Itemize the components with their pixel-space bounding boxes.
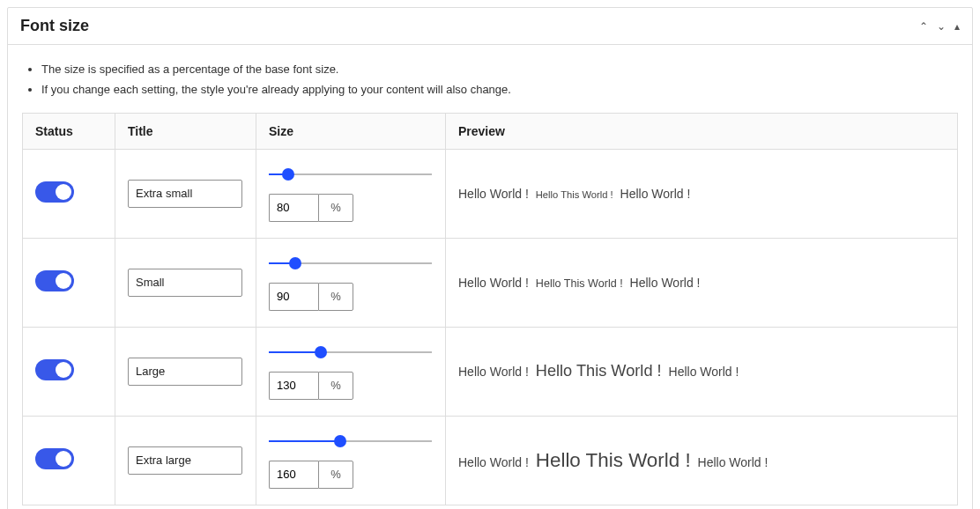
col-size: Size <box>256 113 446 149</box>
status-toggle[interactable] <box>35 359 74 380</box>
table-row: %Hello World ! Hello This World ! Hello … <box>23 327 958 416</box>
size-slider[interactable] <box>269 432 433 450</box>
note-item: The size is specified as a percentage of… <box>41 59 958 79</box>
size-unit: % <box>318 194 353 222</box>
size-unit: % <box>318 372 353 400</box>
size-slider[interactable] <box>269 343 433 361</box>
title-input[interactable] <box>128 358 242 386</box>
col-preview: Preview <box>446 113 958 149</box>
note-item: If you change each setting, the style yo… <box>41 79 958 100</box>
preview-text: Hello World ! Hello This World ! Hello W… <box>458 362 945 380</box>
panel-body: The size is specified as a percentage of… <box>8 45 972 509</box>
panel-title: Font size <box>20 17 919 35</box>
title-input[interactable] <box>128 269 242 297</box>
preview-text: Hello World ! Hello This World ! Hello W… <box>458 449 945 472</box>
table-row: %Hello World ! Hello This World ! Hello … <box>23 238 958 327</box>
size-unit: % <box>318 283 353 311</box>
size-input[interactable] <box>269 194 318 222</box>
preview-text: Hello World ! Hello This World ! Hello W… <box>458 276 945 290</box>
table-row: %Hello World ! Hello This World ! Hello … <box>23 149 958 238</box>
font-size-table: Status Title Size Preview %Hello World !… <box>22 113 958 505</box>
size-input[interactable] <box>269 283 318 311</box>
font-size-panel: Font size ⌃ ⌄ ▴ The size is specified as… <box>7 7 973 509</box>
size-input[interactable] <box>269 461 318 489</box>
size-input[interactable] <box>269 372 318 400</box>
title-input[interactable] <box>128 446 242 475</box>
status-toggle[interactable] <box>35 448 74 469</box>
col-status: Status <box>23 113 115 149</box>
col-title: Title <box>115 113 256 149</box>
table-row: %Hello World ! Hello This World ! Hello … <box>23 416 958 505</box>
status-toggle[interactable] <box>35 181 74 203</box>
panel-controls: ⌃ ⌄ ▴ <box>919 20 960 33</box>
panel-header: Font size ⌃ ⌄ ▴ <box>8 8 972 45</box>
title-input[interactable] <box>128 180 242 208</box>
size-slider[interactable] <box>269 166 433 183</box>
move-down-icon[interactable]: ⌄ <box>937 20 946 33</box>
size-slider[interactable] <box>269 254 433 272</box>
notes-list: The size is specified as a percentage of… <box>22 59 958 100</box>
size-unit: % <box>318 461 353 489</box>
status-toggle[interactable] <box>35 270 74 291</box>
collapse-icon[interactable]: ▴ <box>954 20 960 33</box>
preview-text: Hello World ! Hello This World ! Hello W… <box>458 187 945 201</box>
move-up-icon[interactable]: ⌃ <box>919 20 928 33</box>
